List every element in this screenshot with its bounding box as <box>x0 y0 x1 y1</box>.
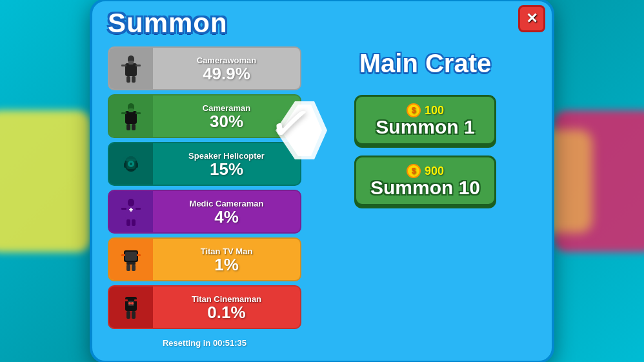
svg-rect-31 <box>126 262 136 265</box>
right-panel: Main Crate ✓ $ 100 Su <box>314 46 536 348</box>
svg-rect-28 <box>130 208 132 212</box>
summon-10-button[interactable]: $ 900 Summon 10 <box>354 156 496 206</box>
modal-header: Summon ✕ <box>108 1 536 44</box>
svg-rect-17 <box>124 163 126 168</box>
svg-point-43 <box>131 302 134 305</box>
summon-1-label: Summon 1 <box>376 117 474 137</box>
coin-icon: $ <box>407 103 421 117</box>
svg-rect-37 <box>123 299 128 301</box>
item-pct: 0.1% <box>207 304 245 321</box>
svg-rect-30 <box>125 252 137 261</box>
svg-rect-1 <box>125 63 137 76</box>
svg-rect-32 <box>126 265 130 271</box>
svg-rect-24 <box>136 208 141 210</box>
item-icon-titan-tv-man <box>109 237 153 281</box>
item-info-medic-cameraman: Medic Cameraman 4% <box>153 196 300 228</box>
items-panel: Camerawoman 49.9% <box>108 46 301 348</box>
svg-rect-4 <box>126 76 130 83</box>
item-pct: 15% <box>210 161 243 177</box>
svg-rect-6 <box>128 61 134 65</box>
item-pct: 49.9% <box>203 65 250 82</box>
svg-rect-10 <box>136 112 141 114</box>
item-info-camerawoman: Camerawoman 49.9% <box>153 53 300 85</box>
svg-rect-23 <box>121 208 126 210</box>
svg-rect-5 <box>132 76 136 83</box>
svg-rect-8 <box>125 111 137 124</box>
summon-1-button[interactable]: $ 100 Summon 1 <box>354 95 496 145</box>
svg-point-16 <box>122 156 140 161</box>
item-row: Camerawoman 49.9% <box>108 46 301 90</box>
svg-rect-34 <box>121 254 125 256</box>
item-row: Titan Cinemaman 0.1% <box>108 285 301 329</box>
item-icon-medic-cameraman <box>109 190 153 234</box>
svg-rect-35 <box>137 254 141 256</box>
modal-body: Camerawoman 49.9% <box>108 46 536 348</box>
item-info-titan-tv-man: Titan TV Man 1% <box>153 244 300 276</box>
reset-timer: Resetting in 00:51:35 <box>108 338 301 348</box>
svg-rect-21 <box>128 199 134 206</box>
summon-1-cost: $ 100 <box>407 103 444 117</box>
item-pct: 1% <box>214 256 239 273</box>
svg-rect-25 <box>126 219 130 226</box>
modal-title: Summon <box>108 8 228 39</box>
coin-icon: $ <box>407 164 421 178</box>
item-icon-cameraman <box>109 94 153 138</box>
bg-decoration-left <box>0 110 90 252</box>
svg-rect-40 <box>132 311 136 319</box>
svg-rect-11 <box>126 124 130 130</box>
item-row: Titan TV Man 1% <box>108 237 301 281</box>
item-info-titan-cinemaman: Titan Cinemaman 0.1% <box>153 292 300 323</box>
svg-rect-39 <box>126 311 130 319</box>
summon-10-cost: $ 900 <box>407 164 444 178</box>
item-icon-speaker-helicopter <box>109 142 153 186</box>
svg-rect-13 <box>128 108 134 112</box>
item-icon-camerawoman <box>109 46 153 90</box>
crate-title: Main Crate <box>359 49 492 78</box>
svg-point-42 <box>128 302 131 305</box>
svg-rect-33 <box>132 265 136 271</box>
svg-rect-26 <box>132 219 136 226</box>
svg-rect-2 <box>121 65 126 66</box>
summon-10-label: Summon 10 <box>370 178 480 197</box>
svg-rect-18 <box>136 163 138 168</box>
svg-rect-38 <box>134 299 139 301</box>
item-pct: 30% <box>210 113 243 130</box>
svg-rect-12 <box>132 124 136 130</box>
item-pct: 4% <box>214 208 239 225</box>
item-icon-titan-cinemaman <box>109 285 153 329</box>
close-button[interactable]: ✕ <box>518 5 545 32</box>
svg-rect-3 <box>136 65 141 66</box>
arrow-icon: ✓ <box>265 95 317 153</box>
item-row: Medic Cameraman 4% <box>108 190 301 234</box>
summon-modal: Summon ✕ Camerawoman <box>90 0 554 362</box>
svg-point-20 <box>130 163 132 165</box>
svg-rect-9 <box>121 112 126 114</box>
